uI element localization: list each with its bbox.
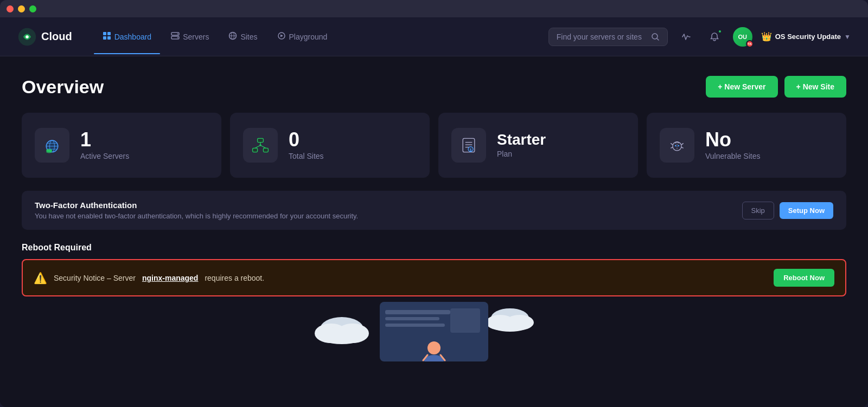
- network-icon: [251, 135, 270, 155]
- svg-line-41: [681, 147, 684, 148]
- notifications-button[interactable]: [705, 27, 724, 47]
- svg-point-58: [427, 341, 441, 354]
- nav-label-servers: Servers: [183, 33, 209, 41]
- vulnerable-icon-wrap: [660, 128, 694, 163]
- nav-links: Dashboard Servers: [94, 27, 548, 47]
- svg-text:$: $: [470, 148, 472, 152]
- reboot-now-button[interactable]: Reboot Now: [774, 269, 834, 287]
- app-container: Cloud Dashboard: [0, 17, 868, 407]
- nav-item-sites[interactable]: Sites: [220, 27, 266, 47]
- reboot-section: Reboot Required ⚠️ Security Notice – Ser…: [22, 243, 846, 296]
- plan-name: Starter: [497, 132, 546, 147]
- svg-point-43: [675, 145, 676, 147]
- globe-icon: [228, 31, 237, 42]
- active-servers-label: Active Servers: [80, 152, 129, 160]
- total-sites-icon-wrap: [243, 128, 278, 163]
- navbar: Cloud Dashboard: [0, 17, 868, 56]
- svg-rect-54: [385, 310, 450, 314]
- stat-card-active-servers: 1 Active Servers: [22, 113, 221, 178]
- svg-point-9: [177, 37, 178, 38]
- bug-icon: [667, 135, 687, 155]
- plan-sub: Plan: [497, 150, 546, 158]
- svg-point-30: [259, 144, 261, 146]
- page-title: Overview: [22, 76, 104, 98]
- svg-point-44: [678, 145, 679, 147]
- svg-rect-24: [258, 138, 264, 142]
- os-security-label: OS Security Update: [775, 33, 841, 41]
- svg-line-40: [681, 143, 684, 145]
- fullscreen-button[interactable]: [29, 5, 36, 12]
- svg-rect-55: [385, 317, 439, 320]
- warning-icon: ⚠️: [34, 272, 47, 285]
- total-sites-label: Total Sites: [289, 152, 324, 160]
- reboot-section-title: Reboot Required: [22, 243, 846, 253]
- nav-right: Find your servers or sites OU: [548, 27, 851, 47]
- tfa-banner: Two-Factor Authentication You have not e…: [22, 191, 846, 230]
- total-sites-count: 0: [289, 130, 324, 150]
- active-servers-count: 1: [80, 130, 129, 150]
- svg-rect-56: [385, 324, 445, 327]
- tfa-title: Two-Factor Authentication: [35, 201, 358, 210]
- main-content: Overview + New Server + New Site: [0, 56, 868, 407]
- server-link[interactable]: nginx-managed: [142, 274, 198, 282]
- new-server-button[interactable]: + New Server: [706, 76, 777, 98]
- logo[interactable]: Cloud: [17, 27, 72, 47]
- stats-grid: 1 Active Servers: [22, 113, 846, 178]
- active-servers-info: 1 Active Servers: [80, 130, 129, 160]
- logo-icon: [17, 27, 37, 47]
- tfa-text: Two-Factor Authentication You have not e…: [35, 201, 358, 220]
- grid-icon: [103, 31, 111, 42]
- svg-rect-4: [103, 36, 106, 40]
- minimize-button[interactable]: [18, 5, 25, 12]
- nav-label-sites: Sites: [240, 33, 257, 41]
- illustration-svg: [298, 296, 570, 361]
- avatar-badge: TA: [746, 40, 754, 48]
- os-security-update[interactable]: 👑 OS Security Update ▼: [761, 31, 851, 42]
- notification-dot: [718, 29, 722, 34]
- stat-card-total-sites: 0 Total Sites: [230, 113, 430, 178]
- server-globe-icon: [42, 135, 62, 155]
- server-icon: [171, 31, 180, 42]
- vulnerable-info: No Vulnerable Sites: [705, 130, 760, 160]
- stat-card-plan: $ Starter Plan: [438, 113, 638, 178]
- svg-line-15: [656, 38, 659, 40]
- svg-point-52: [489, 318, 531, 332]
- playground-icon: [277, 31, 286, 42]
- stat-card-vulnerable: No Vulnerable Sites: [647, 113, 846, 178]
- svg-rect-26: [263, 148, 268, 152]
- svg-rect-25: [253, 148, 258, 152]
- reboot-notice-prefix: Security Notice – Server: [54, 274, 136, 282]
- crown-icon: 👑: [761, 31, 772, 42]
- plan-icon-wrap: $: [451, 128, 486, 163]
- search-icon: [651, 33, 660, 41]
- svg-line-38: [671, 143, 673, 145]
- svg-line-39: [671, 147, 673, 148]
- search-bar[interactable]: Find your servers or sites: [548, 28, 668, 46]
- setup-now-button[interactable]: Setup Now: [780, 202, 833, 219]
- tfa-actions: Skip Setup Now: [742, 202, 833, 219]
- overview-header: Overview + New Server + New Site: [22, 76, 846, 98]
- total-sites-info: 0 Total Sites: [289, 130, 324, 160]
- logo-text: Cloud: [41, 30, 72, 43]
- svg-rect-3: [107, 32, 111, 35]
- chevron-down-icon: ▼: [844, 33, 851, 41]
- nav-item-playground[interactable]: Playground: [269, 27, 336, 47]
- plan-icon: $: [459, 135, 478, 155]
- svg-point-23: [46, 149, 52, 151]
- activity-button[interactable]: [676, 27, 696, 47]
- svg-rect-5: [107, 36, 111, 40]
- reboot-banner: ⚠️ Security Notice – Server nginx-manage…: [22, 259, 846, 296]
- svg-point-1: [25, 35, 28, 38]
- new-site-button[interactable]: + New Site: [784, 76, 846, 98]
- nav-item-dashboard[interactable]: Dashboard: [94, 27, 161, 47]
- avatar-initials: OU: [738, 34, 747, 40]
- skip-button[interactable]: Skip: [742, 202, 774, 219]
- illustration-area: [22, 296, 846, 361]
- nav-item-servers[interactable]: Servers: [162, 27, 218, 47]
- reboot-message: ⚠️ Security Notice – Server nginx-manage…: [34, 272, 264, 285]
- close-button[interactable]: [7, 5, 14, 12]
- nav-label-dashboard: Dashboard: [114, 33, 152, 41]
- svg-point-8: [177, 33, 178, 34]
- avatar[interactable]: OU TA: [733, 27, 752, 47]
- svg-rect-57: [450, 308, 480, 333]
